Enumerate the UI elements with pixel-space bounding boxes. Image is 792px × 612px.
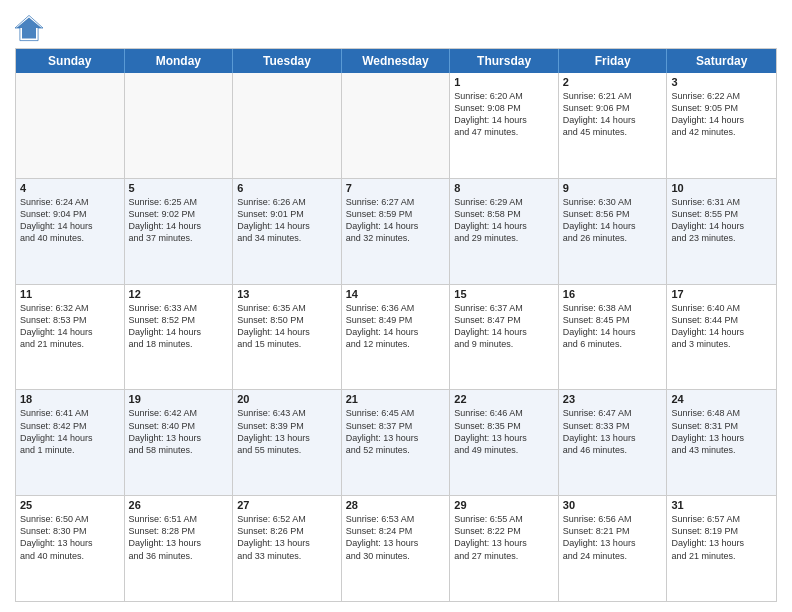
day-cell-12: 12Sunrise: 6:33 AM Sunset: 8:52 PM Dayli… xyxy=(125,285,234,390)
calendar-row-1: 4Sunrise: 6:24 AM Sunset: 9:04 PM Daylig… xyxy=(16,179,776,285)
day-cell-28: 28Sunrise: 6:53 AM Sunset: 8:24 PM Dayli… xyxy=(342,496,451,601)
day-cell-31: 31Sunrise: 6:57 AM Sunset: 8:19 PM Dayli… xyxy=(667,496,776,601)
day-number: 21 xyxy=(346,393,446,405)
day-cell-7: 7Sunrise: 6:27 AM Sunset: 8:59 PM Daylig… xyxy=(342,179,451,284)
day-cell-21: 21Sunrise: 6:45 AM Sunset: 8:37 PM Dayli… xyxy=(342,390,451,495)
day-info: Sunrise: 6:35 AM Sunset: 8:50 PM Dayligh… xyxy=(237,302,337,351)
day-number: 13 xyxy=(237,288,337,300)
day-info: Sunrise: 6:56 AM Sunset: 8:21 PM Dayligh… xyxy=(563,513,663,562)
day-info: Sunrise: 6:25 AM Sunset: 9:02 PM Dayligh… xyxy=(129,196,229,245)
day-info: Sunrise: 6:40 AM Sunset: 8:44 PM Dayligh… xyxy=(671,302,772,351)
day-number: 26 xyxy=(129,499,229,511)
day-number: 3 xyxy=(671,76,772,88)
calendar-row-2: 11Sunrise: 6:32 AM Sunset: 8:53 PM Dayli… xyxy=(16,285,776,391)
day-number: 28 xyxy=(346,499,446,511)
day-cell-20: 20Sunrise: 6:43 AM Sunset: 8:39 PM Dayli… xyxy=(233,390,342,495)
header-day-monday: Monday xyxy=(125,49,234,73)
day-info: Sunrise: 6:55 AM Sunset: 8:22 PM Dayligh… xyxy=(454,513,554,562)
day-cell-6: 6Sunrise: 6:26 AM Sunset: 9:01 PM Daylig… xyxy=(233,179,342,284)
header-day-thursday: Thursday xyxy=(450,49,559,73)
day-cell-18: 18Sunrise: 6:41 AM Sunset: 8:42 PM Dayli… xyxy=(16,390,125,495)
day-cell-29: 29Sunrise: 6:55 AM Sunset: 8:22 PM Dayli… xyxy=(450,496,559,601)
empty-cell-0-0 xyxy=(16,73,125,178)
day-cell-27: 27Sunrise: 6:52 AM Sunset: 8:26 PM Dayli… xyxy=(233,496,342,601)
day-cell-8: 8Sunrise: 6:29 AM Sunset: 8:58 PM Daylig… xyxy=(450,179,559,284)
day-info: Sunrise: 6:21 AM Sunset: 9:06 PM Dayligh… xyxy=(563,90,663,139)
day-cell-23: 23Sunrise: 6:47 AM Sunset: 8:33 PM Dayli… xyxy=(559,390,668,495)
calendar-row-0: 1Sunrise: 6:20 AM Sunset: 9:08 PM Daylig… xyxy=(16,73,776,179)
day-cell-19: 19Sunrise: 6:42 AM Sunset: 8:40 PM Dayli… xyxy=(125,390,234,495)
calendar-row-4: 25Sunrise: 6:50 AM Sunset: 8:30 PM Dayli… xyxy=(16,496,776,601)
day-number: 7 xyxy=(346,182,446,194)
empty-cell-0-3 xyxy=(342,73,451,178)
day-info: Sunrise: 6:53 AM Sunset: 8:24 PM Dayligh… xyxy=(346,513,446,562)
day-cell-26: 26Sunrise: 6:51 AM Sunset: 8:28 PM Dayli… xyxy=(125,496,234,601)
day-cell-3: 3Sunrise: 6:22 AM Sunset: 9:05 PM Daylig… xyxy=(667,73,776,178)
logo xyxy=(15,14,47,42)
day-info: Sunrise: 6:22 AM Sunset: 9:05 PM Dayligh… xyxy=(671,90,772,139)
day-info: Sunrise: 6:32 AM Sunset: 8:53 PM Dayligh… xyxy=(20,302,120,351)
day-number: 22 xyxy=(454,393,554,405)
day-info: Sunrise: 6:20 AM Sunset: 9:08 PM Dayligh… xyxy=(454,90,554,139)
day-info: Sunrise: 6:42 AM Sunset: 8:40 PM Dayligh… xyxy=(129,407,229,456)
day-info: Sunrise: 6:52 AM Sunset: 8:26 PM Dayligh… xyxy=(237,513,337,562)
day-cell-5: 5Sunrise: 6:25 AM Sunset: 9:02 PM Daylig… xyxy=(125,179,234,284)
day-number: 20 xyxy=(237,393,337,405)
day-number: 2 xyxy=(563,76,663,88)
day-info: Sunrise: 6:46 AM Sunset: 8:35 PM Dayligh… xyxy=(454,407,554,456)
day-number: 29 xyxy=(454,499,554,511)
day-cell-15: 15Sunrise: 6:37 AM Sunset: 8:47 PM Dayli… xyxy=(450,285,559,390)
calendar-row-3: 18Sunrise: 6:41 AM Sunset: 8:42 PM Dayli… xyxy=(16,390,776,496)
day-number: 12 xyxy=(129,288,229,300)
day-info: Sunrise: 6:27 AM Sunset: 8:59 PM Dayligh… xyxy=(346,196,446,245)
day-info: Sunrise: 6:47 AM Sunset: 8:33 PM Dayligh… xyxy=(563,407,663,456)
day-cell-9: 9Sunrise: 6:30 AM Sunset: 8:56 PM Daylig… xyxy=(559,179,668,284)
day-info: Sunrise: 6:45 AM Sunset: 8:37 PM Dayligh… xyxy=(346,407,446,456)
day-number: 14 xyxy=(346,288,446,300)
calendar-header: SundayMondayTuesdayWednesdayThursdayFrid… xyxy=(16,49,776,73)
day-info: Sunrise: 6:57 AM Sunset: 8:19 PM Dayligh… xyxy=(671,513,772,562)
day-cell-10: 10Sunrise: 6:31 AM Sunset: 8:55 PM Dayli… xyxy=(667,179,776,284)
day-number: 4 xyxy=(20,182,120,194)
day-info: Sunrise: 6:48 AM Sunset: 8:31 PM Dayligh… xyxy=(671,407,772,456)
day-number: 9 xyxy=(563,182,663,194)
page: SundayMondayTuesdayWednesdayThursdayFrid… xyxy=(0,0,792,612)
day-info: Sunrise: 6:31 AM Sunset: 8:55 PM Dayligh… xyxy=(671,196,772,245)
day-number: 18 xyxy=(20,393,120,405)
empty-cell-0-2 xyxy=(233,73,342,178)
day-cell-24: 24Sunrise: 6:48 AM Sunset: 8:31 PM Dayli… xyxy=(667,390,776,495)
empty-cell-0-1 xyxy=(125,73,234,178)
header-day-friday: Friday xyxy=(559,49,668,73)
day-cell-11: 11Sunrise: 6:32 AM Sunset: 8:53 PM Dayli… xyxy=(16,285,125,390)
day-number: 23 xyxy=(563,393,663,405)
day-info: Sunrise: 6:37 AM Sunset: 8:47 PM Dayligh… xyxy=(454,302,554,351)
calendar: SundayMondayTuesdayWednesdayThursdayFrid… xyxy=(15,48,777,602)
day-cell-25: 25Sunrise: 6:50 AM Sunset: 8:30 PM Dayli… xyxy=(16,496,125,601)
day-number: 5 xyxy=(129,182,229,194)
day-number: 8 xyxy=(454,182,554,194)
header-day-wednesday: Wednesday xyxy=(342,49,451,73)
day-info: Sunrise: 6:36 AM Sunset: 8:49 PM Dayligh… xyxy=(346,302,446,351)
day-cell-16: 16Sunrise: 6:38 AM Sunset: 8:45 PM Dayli… xyxy=(559,285,668,390)
day-number: 6 xyxy=(237,182,337,194)
day-number: 10 xyxy=(671,182,772,194)
day-number: 11 xyxy=(20,288,120,300)
day-cell-4: 4Sunrise: 6:24 AM Sunset: 9:04 PM Daylig… xyxy=(16,179,125,284)
day-info: Sunrise: 6:30 AM Sunset: 8:56 PM Dayligh… xyxy=(563,196,663,245)
day-number: 25 xyxy=(20,499,120,511)
day-info: Sunrise: 6:41 AM Sunset: 8:42 PM Dayligh… xyxy=(20,407,120,456)
day-cell-13: 13Sunrise: 6:35 AM Sunset: 8:50 PM Dayli… xyxy=(233,285,342,390)
day-info: Sunrise: 6:50 AM Sunset: 8:30 PM Dayligh… xyxy=(20,513,120,562)
day-info: Sunrise: 6:38 AM Sunset: 8:45 PM Dayligh… xyxy=(563,302,663,351)
day-info: Sunrise: 6:24 AM Sunset: 9:04 PM Dayligh… xyxy=(20,196,120,245)
day-number: 15 xyxy=(454,288,554,300)
day-number: 1 xyxy=(454,76,554,88)
day-number: 27 xyxy=(237,499,337,511)
day-number: 17 xyxy=(671,288,772,300)
day-cell-2: 2Sunrise: 6:21 AM Sunset: 9:06 PM Daylig… xyxy=(559,73,668,178)
day-cell-30: 30Sunrise: 6:56 AM Sunset: 8:21 PM Dayli… xyxy=(559,496,668,601)
day-cell-14: 14Sunrise: 6:36 AM Sunset: 8:49 PM Dayli… xyxy=(342,285,451,390)
day-cell-17: 17Sunrise: 6:40 AM Sunset: 8:44 PM Dayli… xyxy=(667,285,776,390)
day-number: 30 xyxy=(563,499,663,511)
header-day-tuesday: Tuesday xyxy=(233,49,342,73)
